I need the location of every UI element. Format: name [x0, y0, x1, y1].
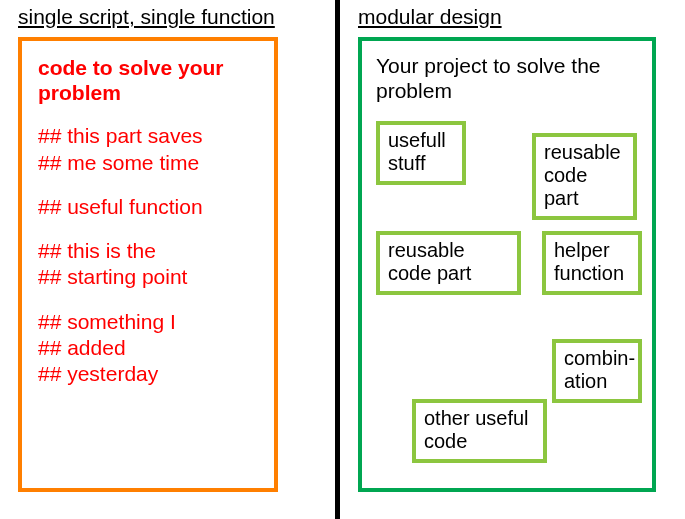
module-combination: combin-ation	[552, 339, 642, 403]
right-column: modular design Your project to solve the…	[340, 0, 685, 519]
code-title: code to solve your problem	[38, 55, 258, 105]
right-heading: modular design	[358, 5, 667, 29]
module-reusable-code-2: reusable code part	[376, 231, 521, 295]
module-usefull-stuff: usefull stuff	[376, 121, 466, 185]
left-column: single script, single function code to s…	[0, 0, 335, 519]
module-helper-function: helper function	[542, 231, 642, 295]
module-other-useful: other useful code	[412, 399, 547, 463]
project-title: Your project to solve the problem	[376, 53, 638, 103]
code-comment-4: ## something I ## added ## yesterday	[38, 309, 258, 388]
single-script-box: code to solve your problem ## this part …	[18, 37, 278, 492]
modular-design-box: Your project to solve the problem useful…	[358, 37, 656, 492]
diagram-container: single script, single function code to s…	[0, 0, 685, 519]
code-comment-1: ## this part saves ## me some time	[38, 123, 258, 176]
left-heading: single script, single function	[18, 5, 317, 29]
module-reusable-code-1: reusable code part	[532, 133, 637, 220]
code-comment-3: ## this is the ## starting point	[38, 238, 258, 291]
code-comment-2: ## useful function	[38, 194, 258, 220]
